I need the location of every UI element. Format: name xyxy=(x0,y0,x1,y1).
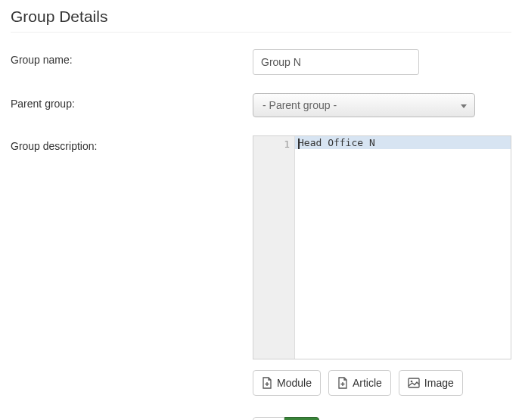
file-plus-icon xyxy=(262,377,272,389)
row-group-chat: Group chat: No Yes xyxy=(11,417,511,420)
parent-group-select[interactable]: - Parent group - xyxy=(253,93,475,117)
label-group-name: Group name: xyxy=(11,49,253,75)
parent-group-selected-text: - Parent group - xyxy=(263,99,337,111)
image-button[interactable]: Image xyxy=(399,370,463,396)
line-number: 1 xyxy=(253,138,290,151)
image-icon xyxy=(408,378,420,388)
row-parent-group: Parent group: - Parent group - xyxy=(11,93,511,117)
label-group-description: Group description: xyxy=(11,135,253,396)
chevron-down-icon xyxy=(461,99,467,111)
chat-no-button[interactable]: No xyxy=(253,417,284,420)
row-group-description: Group description: 1 Head Office N Modul… xyxy=(11,135,511,396)
chat-yes-button[interactable]: Yes xyxy=(284,417,319,420)
image-button-label: Image xyxy=(424,377,454,389)
editor-line-text: Head Office N xyxy=(298,137,375,148)
page-title: Group Details xyxy=(11,8,511,33)
editor-button-row: Module Article Image xyxy=(253,370,511,396)
group-chat-toggle: No Yes xyxy=(253,417,319,420)
article-button[interactable]: Article xyxy=(328,370,391,396)
group-name-input[interactable] xyxy=(253,49,419,75)
article-button-label: Article xyxy=(353,377,382,389)
editor-code-area[interactable]: Head Office N xyxy=(295,136,511,359)
module-button-label: Module xyxy=(277,377,312,389)
module-button[interactable]: Module xyxy=(253,370,321,396)
editor-gutter: 1 xyxy=(253,136,295,359)
svg-point-1 xyxy=(411,381,413,383)
file-plus-icon xyxy=(337,377,348,389)
label-group-chat: Group chat: xyxy=(11,417,253,420)
row-group-name: Group name: xyxy=(11,49,511,75)
label-parent-group: Parent group: xyxy=(11,93,253,117)
description-editor[interactable]: 1 Head Office N xyxy=(253,135,511,359)
